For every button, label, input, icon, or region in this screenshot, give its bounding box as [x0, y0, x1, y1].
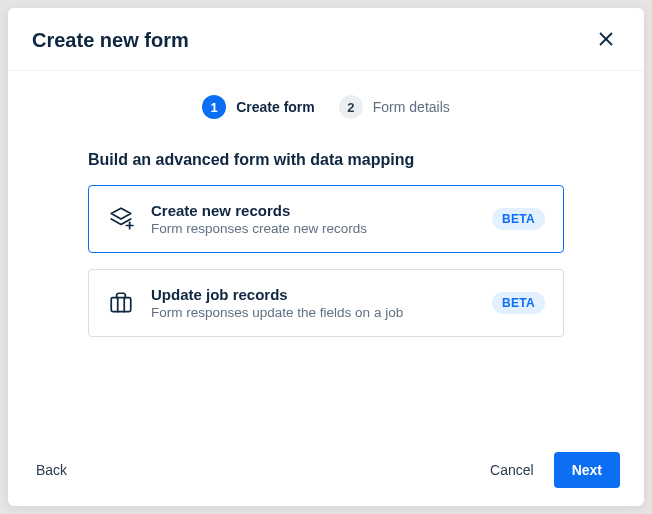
step-2-number: 2	[339, 95, 363, 119]
svg-marker-2	[111, 208, 131, 219]
step-1-label: Create form	[236, 99, 315, 115]
options-list: Create new records Form responses create…	[32, 185, 620, 337]
option-create-new-records[interactable]: Create new records Form responses create…	[88, 185, 564, 253]
modal-footer: Back Cancel Next	[8, 434, 644, 506]
close-button[interactable]	[592, 26, 620, 54]
footer-left: Back	[32, 454, 71, 486]
beta-badge: BETA	[492, 208, 545, 230]
option-content: Create new records Form responses create…	[151, 202, 476, 236]
next-button[interactable]: Next	[554, 452, 620, 488]
cancel-button[interactable]: Cancel	[486, 454, 538, 486]
modal-body: 1 Create form 2 Form details Build an ad…	[8, 71, 644, 434]
option-title: Create new records	[151, 202, 476, 219]
step-2-label: Form details	[373, 99, 450, 115]
modal-title: Create new form	[32, 29, 189, 52]
create-form-modal: Create new form 1 Create form 2 Form det…	[8, 8, 644, 506]
svg-rect-5	[111, 298, 131, 312]
stepper: 1 Create form 2 Form details	[32, 95, 620, 119]
modal-header: Create new form	[8, 8, 644, 71]
option-desc: Form responses create new records	[151, 221, 476, 236]
option-title: Update job records	[151, 286, 476, 303]
footer-right: Cancel Next	[486, 452, 620, 488]
suitcase-icon	[107, 289, 135, 317]
step-1[interactable]: 1 Create form	[202, 95, 315, 119]
option-desc: Form responses update the fields on a jo…	[151, 305, 476, 320]
option-update-job-records[interactable]: Update job records Form responses update…	[88, 269, 564, 337]
step-2[interactable]: 2 Form details	[339, 95, 450, 119]
section-title: Build an advanced form with data mapping	[88, 151, 620, 169]
step-1-number: 1	[202, 95, 226, 119]
option-content: Update job records Form responses update…	[151, 286, 476, 320]
layers-plus-icon	[107, 205, 135, 233]
close-icon	[598, 31, 614, 50]
back-button[interactable]: Back	[32, 454, 71, 486]
beta-badge: BETA	[492, 292, 545, 314]
